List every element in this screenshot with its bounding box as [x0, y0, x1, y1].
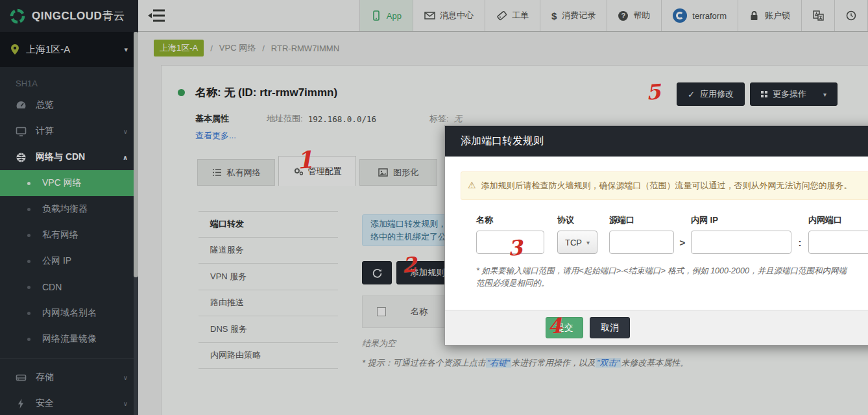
field-private-ip: 内网 IP: [691, 214, 791, 254]
source-port-input[interactable]: [609, 231, 674, 254]
name-label: 名称: [476, 214, 544, 226]
annotation-3: 3: [507, 237, 523, 258]
qingcloud-console: QINGCLOUD青云 App 消息中心 工单 $ 消费记录: [0, 0, 868, 415]
field-protocol: 协议 TCP ▾: [557, 214, 597, 254]
source-port-label: 源端口: [609, 214, 674, 226]
annotation-4: 4: [547, 315, 562, 336]
annotation-5: 5: [645, 81, 661, 103]
colon-separator: :: [791, 237, 808, 254]
modal-form: 名称 协议 TCP ▾ 源端口 > 内网 IP :: [476, 214, 868, 254]
modal-header: 添加端口转发规则: [445, 126, 868, 157]
arrow-separator: >: [674, 237, 691, 254]
protocol-label: 协议: [557, 214, 597, 226]
annotation-1: 1: [296, 147, 314, 172]
private-port-input[interactable]: [808, 231, 868, 254]
cancel-button[interactable]: 取消: [590, 317, 630, 338]
add-port-forwarding-modal: 添加端口转发规则 ⚠ 添加规则后请检查防火墙规则，确保源端口（范围）流量可以通过…: [444, 125, 868, 346]
private-ip-input[interactable]: [691, 231, 791, 254]
private-port-label: 内网端口: [808, 214, 868, 226]
protocol-select[interactable]: TCP ▾: [557, 231, 597, 254]
modal-footer: 提交 取消: [445, 310, 868, 345]
modal-note: * 如果要输入端口范围，请用<起始端口>-<结束端口> 格式，例如 1000-2…: [476, 265, 868, 290]
modal-warning: ⚠ 添加规则后请检查防火墙规则，确保源端口（范围）流量可以通过，否则从外网无法访…: [461, 171, 868, 200]
warning-icon: ⚠: [468, 180, 476, 190]
annotation-2: 2: [402, 254, 417, 275]
caret-down-icon: ▾: [586, 239, 590, 246]
warning-text: 添加规则后请检查防火墙规则，确保源端口（范围）流量可以通过，否则从外网无法访问您…: [481, 180, 852, 192]
private-ip-label: 内网 IP: [691, 214, 791, 226]
field-source-port: 源端口: [609, 214, 674, 254]
modal-title: 添加端口转发规则: [461, 134, 544, 148]
field-private-port: 内网端口: [808, 214, 868, 254]
